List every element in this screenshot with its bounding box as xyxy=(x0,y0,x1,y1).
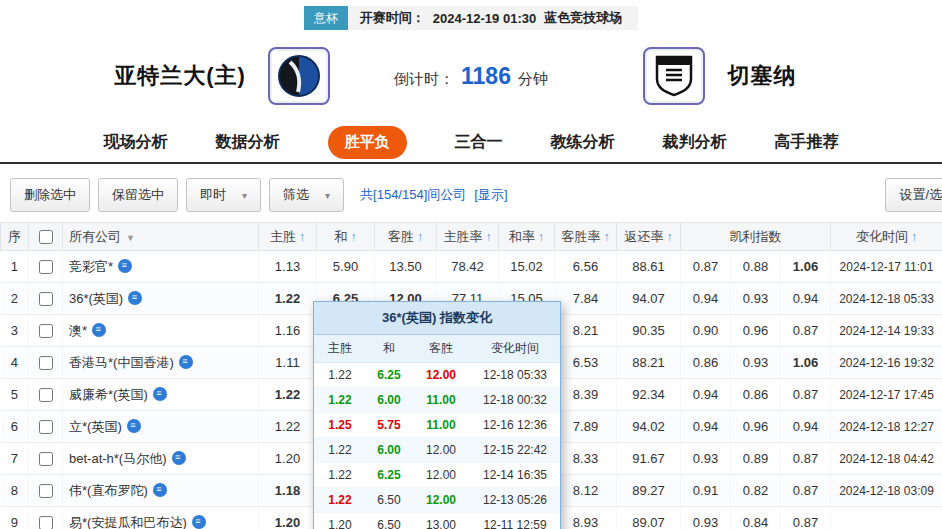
filter-caret-icon[interactable]: ▼ xyxy=(126,233,135,243)
sort-asc-icon[interactable]: ↑ xyxy=(667,230,673,244)
popup-away-odds: 13.00 xyxy=(412,518,470,529)
cell-return-rate: 89.27 xyxy=(617,475,681,507)
away-team: 切塞纳 xyxy=(548,47,892,105)
row-checkbox[interactable] xyxy=(39,420,53,434)
popup-body: 1.226.2512.0012-18 05:331.226.0011.0012-… xyxy=(314,363,560,529)
tab-expert-picks[interactable]: 高手推荐 xyxy=(775,132,839,153)
popup-away-odds: 12.00 xyxy=(412,443,470,457)
company-name[interactable]: 竞彩官* xyxy=(69,259,113,274)
tab-coach-analysis[interactable]: 教练分析 xyxy=(551,132,615,153)
header-home-win[interactable]: 主胜↑ xyxy=(259,223,317,251)
popup-home-odds: 1.22 xyxy=(314,393,366,407)
header-draw-rate[interactable]: 和率↑ xyxy=(499,223,555,251)
filter-dropdown[interactable]: 筛选 ▾ xyxy=(269,178,344,212)
header-kelly[interactable]: 凯利指数 xyxy=(681,223,831,251)
cell-kelly-home: 0.93 xyxy=(681,507,731,529)
row-checkbox[interactable] xyxy=(39,388,53,402)
company-odds-icon[interactable] xyxy=(192,515,206,529)
company-name[interactable]: 立*(英国) xyxy=(69,419,122,434)
cell-away-rate: 8.12 xyxy=(555,475,617,507)
company-name[interactable]: 伟*(直布罗陀) xyxy=(69,483,148,498)
countdown-unit: 分钟 xyxy=(518,70,548,89)
company-odds-icon[interactable] xyxy=(118,259,132,273)
row-index: 2 xyxy=(1,283,29,315)
header-away-rate[interactable]: 客胜率↑ xyxy=(555,223,617,251)
sort-asc-icon[interactable]: ↑ xyxy=(538,230,544,244)
odds-change-popup: 36*(英国) 指数变化 主胜 和 客胜 变化时间 1.226.2512.001… xyxy=(313,301,561,529)
match-header: 亚特兰大(主) 倒计时： 1186 分钟 xyxy=(0,30,942,122)
cell-kelly-home: 0.94 xyxy=(681,411,731,443)
header-return-rate[interactable]: 返还率↑ xyxy=(617,223,681,251)
cell-away-rate: 7.84 xyxy=(555,283,617,315)
cell-return-rate: 89.07 xyxy=(617,507,681,529)
league-badge[interactable]: 意杯 xyxy=(304,6,348,30)
company-odds-icon[interactable] xyxy=(179,355,193,369)
popup-header-draw: 和 xyxy=(366,340,412,357)
popup-home-odds: 1.25 xyxy=(314,418,366,432)
company-cell: bet-at-h*(马尔他) xyxy=(63,443,259,475)
row-index: 6 xyxy=(1,411,29,443)
popup-change-time: 12-13 05:26 xyxy=(470,493,560,507)
cell-draw-rate: 15.02 xyxy=(499,251,555,283)
row-checkbox[interactable] xyxy=(39,324,53,338)
row-checkbox-cell xyxy=(29,315,63,347)
row-checkbox[interactable] xyxy=(39,516,53,529)
company-name[interactable]: bet-at-h*(马尔他) xyxy=(69,451,167,466)
company-odds-icon[interactable] xyxy=(92,323,106,337)
table-row[interactable]: 1竞彩官*1.135.9013.5078.4215.026.5688.610.8… xyxy=(1,251,942,283)
company-name[interactable]: 36*(英国) xyxy=(69,291,123,306)
delete-selected-button[interactable]: 删除选中 xyxy=(10,178,90,212)
tab-three-in-one[interactable]: 三合一 xyxy=(455,132,503,153)
sort-asc-icon[interactable]: ↑ xyxy=(351,230,357,244)
select-all-checkbox[interactable] xyxy=(39,230,53,244)
company-odds-icon[interactable] xyxy=(153,483,167,497)
tab-data-analysis[interactable]: 数据分析 xyxy=(216,132,280,153)
tab-live-analysis[interactable]: 现场分析 xyxy=(104,132,168,153)
keep-selected-button[interactable]: 保留选中 xyxy=(98,178,178,212)
popup-draw-odds: 6.50 xyxy=(366,493,412,507)
popup-home-odds: 1.22 xyxy=(314,493,366,507)
header-away-win[interactable]: 客胜↑ xyxy=(375,223,437,251)
row-checkbox[interactable] xyxy=(39,292,53,306)
sort-asc-icon[interactable]: ↑ xyxy=(604,230,610,244)
cell-change-time xyxy=(831,507,942,529)
away-team-name: 切塞纳 xyxy=(727,61,796,91)
row-checkbox[interactable] xyxy=(39,452,53,466)
company-cell: 36*(英国) xyxy=(63,283,259,315)
popup-row: 1.226.0011.0012-18 00:32 xyxy=(314,388,560,413)
company-name[interactable]: 威廉希*(英国) xyxy=(69,387,148,402)
table-header-row: 序 所有公司▼ 主胜↑ 和↑ 客胜↑ 主胜率↑ 和率↑ 客胜率↑ 返还率↑ 凯利… xyxy=(1,223,942,251)
cell-kelly-home: 0.94 xyxy=(681,283,731,315)
popup-change-time: 12-18 05:33 xyxy=(470,368,560,382)
company-odds-icon[interactable] xyxy=(127,419,141,433)
header-home-rate[interactable]: 主胜率↑ xyxy=(437,223,499,251)
cell-kelly-draw: 0.89 xyxy=(731,443,781,475)
sort-asc-icon[interactable]: ↑ xyxy=(299,230,305,244)
header-change-time[interactable]: 变化时间↑ xyxy=(831,223,942,251)
show-link[interactable]: [显示] xyxy=(474,186,507,204)
settings-button[interactable]: 设置/选 xyxy=(885,178,942,212)
sort-asc-icon[interactable]: ↑ xyxy=(911,230,917,244)
company-odds-icon[interactable] xyxy=(128,291,142,305)
tab-referee-analysis[interactable]: 裁判分析 xyxy=(663,132,727,153)
company-name[interactable]: 澳* xyxy=(69,323,87,338)
row-checkbox-cell xyxy=(29,251,63,283)
row-checkbox[interactable] xyxy=(39,484,53,498)
row-checkbox[interactable] xyxy=(39,260,53,274)
cell-away-rate: 7.89 xyxy=(555,411,617,443)
company-odds-icon[interactable] xyxy=(153,387,167,401)
company-odds-icon[interactable] xyxy=(172,451,186,465)
header-draw[interactable]: 和↑ xyxy=(317,223,375,251)
popup-change-time: 12-15 22:42 xyxy=(470,443,560,457)
company-name[interactable]: 易*(安提瓜和巴布达) xyxy=(69,515,187,529)
tab-win-draw-loss[interactable]: 胜平负 xyxy=(328,126,407,159)
sort-asc-icon[interactable]: ↑ xyxy=(417,230,423,244)
company-name[interactable]: 香港马*(中国香港) xyxy=(69,355,174,370)
instant-dropdown[interactable]: 即时 ▾ xyxy=(186,178,261,212)
cell-return-rate: 94.07 xyxy=(617,283,681,315)
row-checkbox[interactable] xyxy=(39,356,53,370)
sort-asc-icon[interactable]: ↑ xyxy=(486,230,492,244)
toolbar: 删除选中 保留选中 即时 ▾ 筛选 ▾ 共[154/154]间公司 [显示] 设… xyxy=(0,177,942,213)
countdown-label: 倒计时： xyxy=(394,70,454,89)
header-company[interactable]: 所有公司▼ xyxy=(63,223,259,251)
